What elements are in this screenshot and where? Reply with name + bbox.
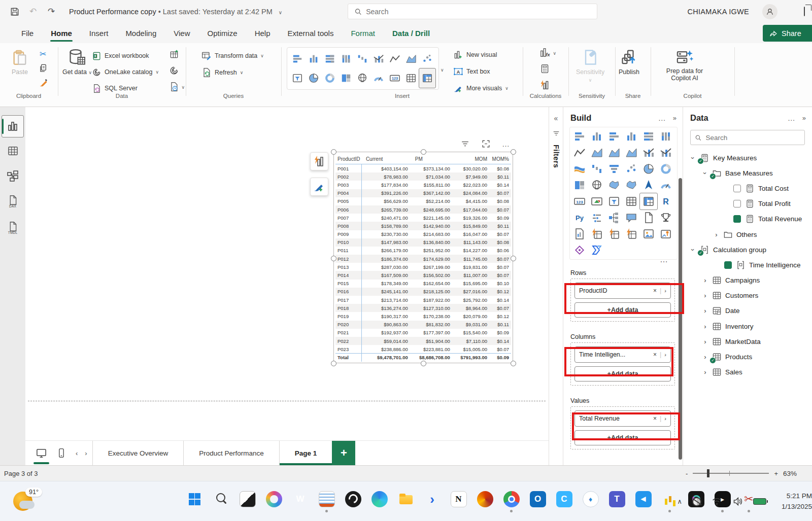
publish-button[interactable]: Publish [619,48,639,76]
table-row[interactable]: P013$287,030.00$267,199.00$19,831.00$0.0… [335,263,511,271]
resize-handle[interactable] [421,361,426,366]
dax-query-view-button[interactable]: DAX [2,191,24,212]
new-measure-icon[interactable]: ∨ [539,47,556,58]
tree-item-others[interactable]: › ✓ Others [683,227,812,242]
tree-item-inventory[interactable]: › ✓ Inventory [683,319,812,334]
tree-chevron-icon[interactable]: › [702,368,708,376]
area-chart-visual[interactable] [588,145,605,161]
deneb-visual[interactable] [571,242,588,258]
tree-chevron-icon[interactable]: › [702,276,708,284]
remove-field-icon[interactable]: × [650,415,660,422]
table-row[interactable]: P014$167,509.00$156,502.00$11,007.00$0.0… [335,271,511,279]
map-insert[interactable] [354,68,370,88]
clustered-bar-chart-visual[interactable] [605,128,623,145]
100-stacked-column-chart-visual[interactable] [657,128,674,145]
matrix-insert[interactable] [419,68,435,88]
smart-narrative-visual[interactable] [640,210,657,226]
dataverse-icon[interactable] [169,65,179,76]
table-row[interactable]: P009$230,730.00$214,683.00$16,047.00$0.0… [335,230,511,238]
kpi-visual[interactable] [588,193,605,210]
hidden-icons-chevron[interactable]: ∧ [677,498,682,505]
tree-item-marketdata[interactable]: › ✓ MarketData [683,334,812,349]
table-row[interactable]: P020$90,863.00$81,832.00$9,031.00$0.11 [335,321,511,329]
excel-workbook-button[interactable]: Excel workbook [92,49,149,62]
field-checkbox[interactable] [733,215,741,223]
new-slicer-visual[interactable] [588,210,605,226]
tree-item-total-cost[interactable]: ✓ Total Cost [683,181,812,196]
zoom-slider-thumb[interactable] [707,469,709,477]
shape-map-visual[interactable] [623,177,640,193]
visual-more-options-icon[interactable]: … [502,140,510,148]
tree-chevron-icon[interactable]: › [702,323,708,330]
resize-handle[interactable] [331,361,336,366]
combo-chart-insert[interactable] [370,49,387,68]
focus-mode-icon[interactable] [481,139,491,149]
clock[interactable]: 5:21 PM 1/13/2025 [776,491,812,512]
table-row[interactable]: P022$59,014.00$51,904.00$7,110.00$0.14 [335,337,511,345]
field-options-icon[interactable]: › [661,288,666,294]
filters-icon[interactable] [552,129,560,137]
wifi-icon[interactable] [712,496,722,507]
100-stacked-bar-chart-insert[interactable] [322,49,338,68]
column-header[interactable]: PM [411,156,453,162]
slicer-insert[interactable] [289,68,306,88]
field-options-icon[interactable]: › [661,415,666,422]
page-tab-product-performance[interactable]: Product Performance [183,441,279,465]
document-title[interactable]: Product Performance copy • Last saved: Y… [69,8,283,16]
menu-tab[interactable]: Optimize [199,23,246,43]
transform-data-button[interactable]: Transform data ∨ [201,49,264,62]
expand-filters-icon[interactable]: « [554,114,558,122]
pie-chart-insert[interactable] [306,68,322,88]
chrome-icon[interactable] [500,485,522,513]
resize-handle[interactable] [511,149,516,155]
search-button[interactable] [210,485,232,513]
values-add-data-button[interactable]: +Add data [574,430,671,445]
more-visual-types-icon[interactable]: … [660,255,668,264]
tree-item-key-measures[interactable]: › ✓ Key Measures [683,150,812,165]
do-not-disturb-icon[interactable] [692,497,701,506]
obs-icon[interactable] [342,485,364,513]
stacked-column-chart-visual[interactable] [588,128,605,145]
table-row[interactable]: P010$147,983.00$136,840.00$11,143.00$0.0… [335,238,511,247]
tmdl-view-button[interactable]: TMDL [2,218,24,238]
resize-handle[interactable] [331,149,336,155]
table-row[interactable]: P021$192,937.00$177,397.00$15,540.00$0.0… [335,329,511,337]
matrix-visual[interactable] [640,193,657,210]
matrix-visual-container[interactable]: ProductID Current PM MOM MOM% P001$403,1… [333,152,513,363]
copilot-button[interactable] [263,485,285,513]
tree-item-customers[interactable]: › ✓ Customers [683,288,812,303]
arcgis-map-visual[interactable] [657,226,674,242]
task-view-button[interactable] [236,485,258,513]
menu-tab[interactable]: External tools [279,23,343,43]
table-row[interactable]: P004$391,226.00$367,142.00$24,084.00$0.0… [335,189,511,197]
tree-item-base-measures[interactable]: › ✓ Base Measures [683,165,812,181]
data-more-options-icon[interactable]: … [788,114,795,122]
filled-area-chart-visual[interactable] [623,145,640,161]
stacked-bar-chart-insert[interactable] [289,49,306,68]
tree-chevron-icon[interactable]: › [689,155,697,161]
gauge-visual[interactable] [657,177,674,193]
global-search-box[interactable] [348,4,597,19]
scatter-chart-visual[interactable] [623,161,640,177]
teams-icon[interactable]: T [606,485,628,513]
clustered-column-chart-insert[interactable] [306,49,322,68]
column-header[interactable]: Current [362,156,411,162]
ribbon-chart-visual[interactable] [571,161,588,177]
area-chart-insert[interactable] [403,49,419,68]
restore-button[interactable] [804,7,805,16]
card-visual[interactable] [571,193,588,210]
page-tab-page-1[interactable]: Page 1 [279,441,332,465]
tree-item-total-revenue[interactable]: ✓ Total Revenue [683,212,812,227]
next-page-icon[interactable]: › [85,449,87,457]
card-insert[interactable] [387,68,403,88]
field-checkbox[interactable] [733,200,741,207]
donut-chart-visual[interactable] [657,161,674,177]
page-tab-executive-overview[interactable]: Executive Overview [92,441,184,465]
table-row[interactable]: P019$190,317.00$170,238.00$20,079.00$0.1… [335,312,511,320]
previous-page-icon[interactable]: ‹ [76,449,78,457]
redo-icon[interactable]: ↷ [46,6,57,17]
zoom-out-button[interactable]: - [686,470,688,477]
save-icon[interactable] [9,6,20,17]
build-more-options-icon[interactable]: … [658,114,666,122]
line-stacked-column-chart-visual[interactable] [640,145,657,161]
